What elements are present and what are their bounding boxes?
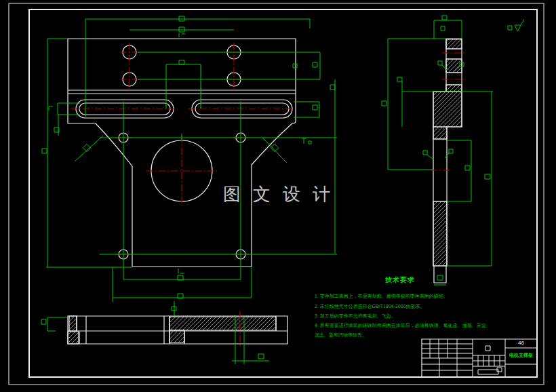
- dim-text-box: [293, 64, 297, 68]
- dim-text-box: [258, 354, 264, 359]
- tech-requirement-item: 3. 加工后的零件不允许有毛刺、飞边。: [315, 313, 396, 319]
- dim-text-box: [42, 149, 47, 153]
- dim-text-box: [397, 77, 402, 81]
- surface-roughness-icon: [445, 149, 453, 158]
- cad-viewport: 图文设计 技术要求 1. 零件加工表面上，不应有划痕、擦伤等损伤零件表面的缺陷。…: [0, 0, 556, 392]
- bottom-section-view: [68, 316, 287, 344]
- dim-text-box: [485, 174, 490, 179]
- tech-requirement-item: 1. 零件加工表面上，不应有划痕、擦伤等损伤零件表面的缺陷。: [315, 293, 448, 300]
- dim-text-box: [465, 165, 470, 170]
- tech-requirements-title: 技术要求: [385, 275, 415, 285]
- tech-requirement-item: 2. 未注线性尺寸公差应符合GB/T1804-2000的要求。: [315, 303, 425, 310]
- dim-text-box: [313, 62, 317, 67]
- dimensions-front-view: [42, 16, 337, 316]
- dim-text-box: [179, 60, 184, 64]
- tech-requirement-item: 泥土、盐和污物等除去。: [315, 332, 367, 338]
- dim-text-box: [382, 101, 386, 106]
- dim-text-box: [313, 105, 317, 110]
- dim-text-box: [437, 275, 443, 280]
- tech-requirement-item: 4. 所有需要进行涂装的钢铁制件表面在涂装前，必须将铁锈、氧化皮、油脂、灰尘、: [315, 322, 491, 329]
- dim-text-box: [330, 85, 335, 90]
- watermark-text: 图文设计: [223, 182, 342, 206]
- dim-text-box: [41, 319, 46, 324]
- surface-roughness-icon: [438, 61, 447, 70]
- title-block-material: 46: [505, 340, 537, 346]
- side-view: [433, 39, 462, 283]
- surface-roughness-icon: [423, 151, 433, 159]
- surface-roughness-icon: [508, 20, 524, 31]
- dim-text-box: [442, 16, 447, 20]
- fillet-radius-leader: [75, 136, 103, 161]
- dim-text-box: [441, 26, 445, 31]
- fillet-radius-leader: [262, 138, 287, 163]
- title-block-part-name: 电机支撑架: [505, 352, 537, 359]
